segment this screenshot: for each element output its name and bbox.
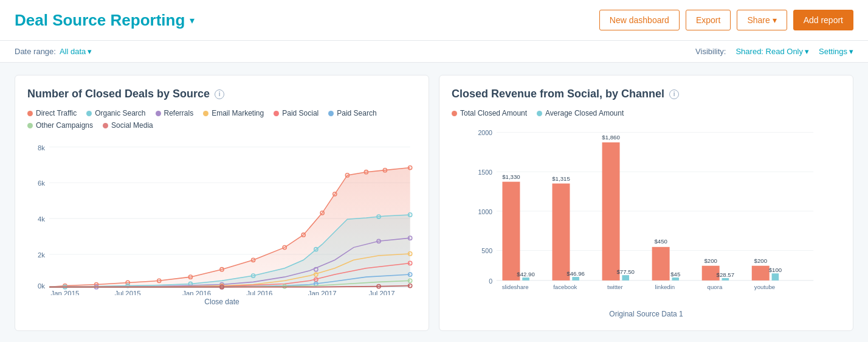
svg-text:0: 0 [489,277,492,285]
closed-deals-legend: Direct TrafficOrganic SearchReferralsEma… [27,109,416,130]
closed-deals-card: Number of Closed Deals by Source i Direc… [15,75,429,331]
visibility-label: Visibility: [695,47,726,56]
legend-item-email-marketing: Email Marketing [203,109,264,117]
closed-revenue-x-label: Original Source Data 1 [452,310,841,318]
closed-deals-svg: 8k 6k 4k 2k 0k Jan 2015 Jul 2015 Jan 201… [27,137,416,295]
svg-text:Jan 2017: Jan 2017 [308,290,337,295]
legend-item-paid-social: Paid Social [274,109,319,117]
svg-text:Jul 2016: Jul 2016 [246,290,272,295]
svg-text:$1,330: $1,330 [502,173,520,180]
closed-revenue-svg: 2000 1500 1000 500 0 $1,330 $42.90 [452,125,841,295]
bar-youtube-total [752,266,770,281]
svg-text:$200: $200 [754,257,767,264]
legend-label: Direct Traffic [36,109,77,117]
closed-revenue-card: Closed Revenue from Social, by Channel i… [439,75,853,331]
dashboard-content: Number of Closed Deals by Source i Direc… [0,63,868,342]
legend-item-organic-search: Organic Search [86,109,145,117]
bar-facebook-avg [572,277,579,281]
closed-deals-title: Number of Closed Deals by Source i [27,88,416,100]
svg-text:$77.50: $77.50 [616,268,635,275]
legend-dot [274,111,279,116]
legend-item-other-campaigns: Other Campaigns [27,121,93,130]
svg-text:$450: $450 [654,238,667,245]
bar-linkedin-total [652,247,670,281]
legend-label: Average Closed Amount [545,109,624,117]
svg-text:$28.57: $28.57 [717,271,735,278]
legend-label: Total Closed Amount [460,109,527,117]
date-range-label: Date range: [15,47,56,56]
date-range-selector[interactable]: All data ▾ [60,47,92,56]
svg-text:$200: $200 [704,257,717,264]
add-report-button[interactable]: Add report [793,10,853,30]
closed-revenue-info-icon[interactable]: i [669,89,679,99]
legend-item-referrals: Referrals [156,109,194,117]
legend-item-social-media: Social Media [103,121,153,130]
toolbar-left: Date range: All data ▾ [15,47,92,56]
svg-text:$42.90: $42.90 [517,271,535,277]
legend-item-average-closed-amount: Average Closed Amount [537,109,624,117]
bar-slideshare-avg [522,277,529,281]
svg-text:Jan 2016: Jan 2016 [182,290,211,295]
bar-youtube-avg [772,273,779,281]
legend-label: Paid Search [337,109,376,117]
legend-label: Paid Social [282,109,319,117]
legend-label: Referrals [164,109,194,117]
legend-label: Email Marketing [212,109,264,117]
svg-text:facebook: facebook [553,284,577,290]
svg-text:$45: $45 [670,271,680,277]
toolbar-right: Visibility: Shared: Read Only ▾ Settings… [695,47,853,56]
settings-button[interactable]: Settings ▾ [819,47,853,56]
share-button[interactable]: Share ▾ [737,10,787,30]
page-header: Deal Source Reporting ▾ New dashboard Ex… [0,0,868,41]
legend-dot [156,111,161,116]
svg-text:slideshare: slideshare [502,284,529,290]
header-left: Deal Source Reporting ▾ [15,11,195,30]
closed-deals-x-label: Close date [27,298,416,306]
svg-text:4k: 4k [38,215,45,223]
closed-revenue-chart: 2000 1500 1000 500 0 $1,330 $42.90 [452,125,841,307]
svg-text:8k: 8k [38,144,45,152]
bar-twitter-total [602,142,620,281]
legend-label: Other Campaigns [36,121,93,130]
bar-twitter-avg [622,275,629,281]
closed-deals-info-icon[interactable]: i [215,89,224,99]
svg-text:youtube: youtube [754,284,775,290]
bar-quora-avg [722,278,729,281]
svg-text:0k: 0k [38,282,45,290]
legend-dot [27,111,33,116]
new-dashboard-button[interactable]: New dashboard [599,10,680,30]
svg-text:2000: 2000 [478,129,492,136]
legend-dot [328,111,334,116]
legend-label: Organic Search [95,109,145,117]
legend-dot [103,123,108,128]
bar-slideshare-total [502,182,520,281]
svg-text:$1,860: $1,860 [602,134,620,141]
legend-label: Social Media [111,121,153,130]
svg-text:twitter: twitter [607,284,624,290]
svg-text:Jan 2015: Jan 2015 [51,290,80,295]
legend-dot [537,111,542,116]
legend-item-direct-traffic: Direct Traffic [27,109,77,117]
legend-dot [452,111,457,116]
svg-text:500: 500 [481,247,492,254]
svg-text:$100: $100 [769,267,782,273]
closed-deals-chart: 8k 6k 4k 2k 0k Jan 2015 Jul 2015 Jan 201… [27,137,416,295]
legend-item-paid-search: Paid Search [328,109,376,117]
svg-text:1500: 1500 [478,169,492,176]
legend-item-total-closed-amount: Total Closed Amount [452,109,527,117]
toolbar: Date range: All data ▾ Visibility: Share… [0,41,868,63]
bar-facebook-total [553,184,570,281]
legend-dot [86,111,92,116]
title-dropdown-icon[interactable]: ▾ [190,15,195,26]
page-title: Deal Source Reporting [15,11,185,30]
svg-text:quora: quora [708,284,723,290]
legend-dot [203,111,208,116]
svg-text:$1,315: $1,315 [552,175,570,182]
closed-revenue-legend: Total Closed AmountAverage Closed Amount [452,109,841,117]
export-button[interactable]: Export [686,10,731,30]
visibility-selector[interactable]: Shared: Read Only ▾ [735,47,809,56]
svg-text:$46.96: $46.96 [567,270,585,277]
svg-text:1000: 1000 [478,208,492,215]
closed-revenue-title: Closed Revenue from Social, by Channel i [452,88,841,100]
svg-text:6k: 6k [38,180,45,187]
